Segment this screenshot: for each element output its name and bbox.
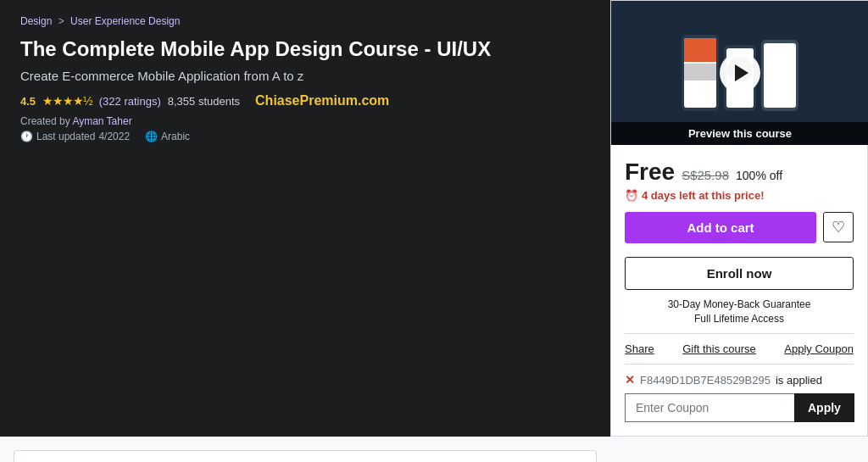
coupon-apply-button[interactable]: Apply	[794, 393, 854, 422]
star-rating: ★★★★½	[42, 94, 92, 108]
coupon-code: F8449D1DB7E48529B295	[640, 374, 771, 387]
top-section: Design > User Experience Design The Comp…	[0, 0, 868, 437]
phone-orange-bar	[684, 38, 716, 62]
phone-right	[761, 40, 798, 111]
price-original: S$25.98	[682, 168, 729, 182]
phone-left	[682, 35, 719, 111]
countdown-timer: ⏰ 4 days left at this price!	[625, 189, 854, 202]
language: 🌐 Arabic	[145, 131, 190, 142]
price-free: Free	[625, 159, 675, 186]
play-triangle-icon	[735, 64, 748, 81]
rating-row: 4.5 ★★★★½ (322 ratings) 8,355 students C…	[20, 93, 590, 109]
watermark: ChiasePremium.com	[255, 93, 389, 109]
price-row: Free S$25.98 100% off	[625, 159, 854, 186]
add-to-cart-row: Add to cart ♡	[625, 212, 854, 250]
alarm-icon: ⏰	[625, 189, 638, 202]
what-you-learn-card: What you'll learn ✓ Create mobile app de…	[14, 450, 597, 462]
coupon-applied-row: ✕ F8449D1DB7E48529B295 is applied	[625, 373, 854, 387]
applied-text: is applied	[776, 374, 822, 387]
breadcrumb-design[interactable]: Design	[20, 15, 52, 27]
divider-2	[625, 364, 854, 365]
phone-screen-left	[684, 38, 716, 108]
wishlist-button[interactable]: ♡	[823, 212, 854, 242]
coupon-input-field[interactable]	[625, 393, 794, 422]
last-updated: 🕐 Last updated 4/2022	[20, 131, 130, 142]
enroll-now-button[interactable]: Enroll now	[625, 257, 854, 290]
apply-coupon-link[interactable]: Apply Coupon	[784, 342, 854, 355]
sidebar: Preview this course Free S$25.98 100% of…	[610, 0, 868, 437]
lifetime-access-text: Full Lifetime Access	[625, 313, 854, 325]
globe-icon: 🌐	[145, 131, 158, 142]
created-row: Created by Ayman Taher	[20, 115, 590, 127]
course-title: The Complete Mobile App Design Course - …	[20, 36, 590, 62]
hero-section: Design > User Experience Design The Comp…	[0, 0, 610, 437]
bottom-section: What you'll learn ✓ Create mobile app de…	[0, 437, 868, 462]
timer-text: 4 days left at this price!	[642, 189, 765, 202]
remove-coupon-button[interactable]: ✕	[625, 373, 635, 387]
meta-row: 🕐 Last updated 4/2022 🌐 Arabic	[20, 131, 590, 142]
coupon-input-row: Apply	[625, 393, 854, 422]
updated-label: Last updated	[36, 131, 95, 142]
divider-1	[625, 333, 854, 334]
share-link[interactable]: Share	[625, 342, 654, 355]
page-container: Design > User Experience Design The Comp…	[0, 0, 868, 462]
student-count: 8,355 students	[168, 95, 240, 108]
course-preview-thumbnail[interactable]: Preview this course	[611, 1, 868, 145]
add-to-cart-label: Add to cart	[635, 220, 806, 235]
rating-count: (322 ratings)	[99, 95, 161, 108]
clock-icon: 🕐	[20, 131, 33, 142]
updated-date: 4/2022	[98, 131, 130, 142]
breadcrumb-ux[interactable]: User Experience Design	[70, 15, 180, 27]
language-text: Arabic	[161, 131, 190, 142]
guarantee-text: 30-Day Money-Back Guarantee	[625, 298, 854, 310]
preview-label: Preview this course	[611, 122, 868, 145]
breadcrumb: Design > User Experience Design	[20, 15, 590, 27]
add-to-cart-button[interactable]: Add to cart	[625, 212, 816, 243]
rating-number: 4.5	[20, 95, 36, 108]
play-button[interactable]	[720, 53, 760, 93]
gift-link[interactable]: Gift this course	[682, 342, 756, 355]
main-content-area: What you'll learn ✓ Create mobile app de…	[0, 437, 610, 462]
phone-screen-right	[764, 43, 796, 108]
sidebar-body: Free S$25.98 100% off ⏰ 4 days left at t…	[611, 145, 867, 436]
action-links: Share Gift this course Apply Coupon	[625, 342, 854, 355]
heart-icon: ♡	[832, 218, 845, 237]
discount-percentage: 100% off	[736, 169, 782, 182]
created-label: Created by	[20, 115, 70, 127]
breadcrumb-separator: >	[58, 15, 64, 27]
phone-image	[684, 64, 716, 81]
course-subtitle: Create E-commerce Mobile Application fro…	[20, 69, 590, 83]
author-link[interactable]: Ayman Taher	[72, 115, 131, 127]
